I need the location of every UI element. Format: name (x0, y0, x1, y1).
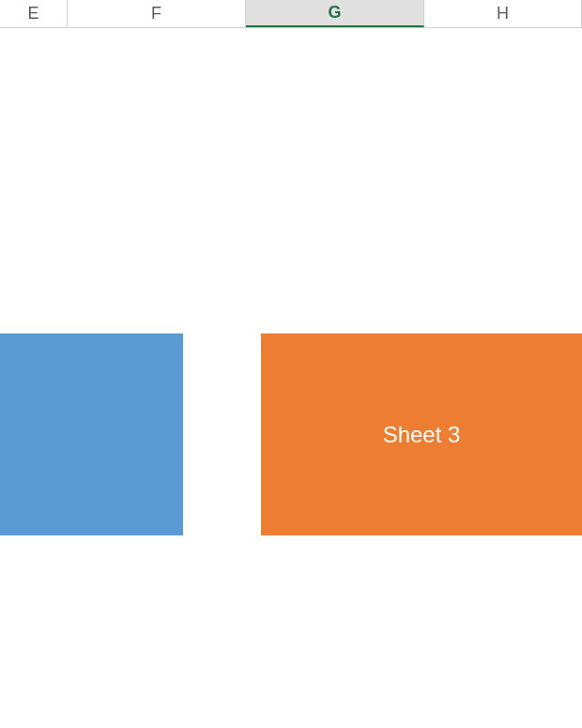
column-header-h[interactable]: H (424, 0, 582, 27)
column-header-row: E F G H (0, 0, 582, 28)
column-header-g[interactable]: G (246, 0, 424, 27)
shape-orange-rectangle[interactable]: Sheet 3 (261, 333, 582, 535)
column-header-e[interactable]: E (0, 0, 68, 27)
shape-blue-rectangle[interactable] (0, 333, 183, 535)
shape-orange-label: Sheet 3 (383, 422, 461, 448)
spreadsheet-grid[interactable]: Sheet 3 (0, 28, 582, 728)
column-header-f[interactable]: F (68, 0, 246, 27)
